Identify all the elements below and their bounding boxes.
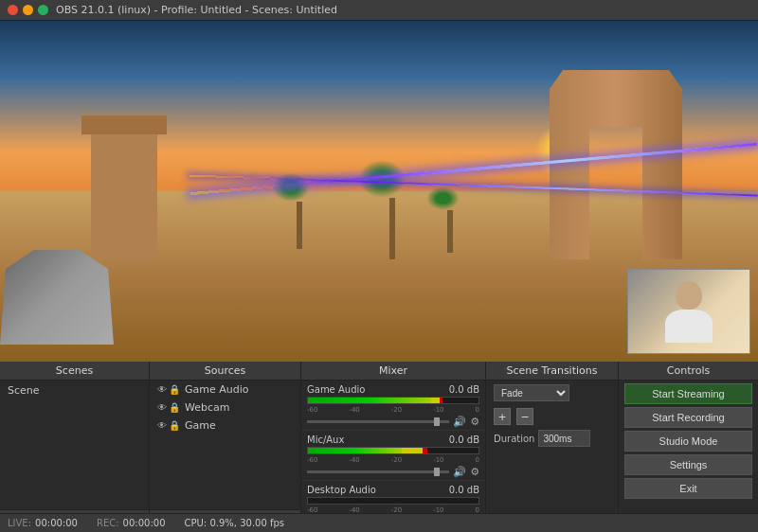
mixer-bar-1: [308, 448, 478, 453]
robot: [0, 250, 114, 345]
person: [665, 281, 713, 343]
transition-remove-button[interactable]: −: [516, 408, 533, 425]
mixer-track-2-header: Desktop Audio 0.0 dB: [307, 485, 479, 495]
statusbar: LIVE: 00:00:00 REC: 00:00:00 CPU: 0.9%, …: [0, 513, 758, 532]
bar-red-0: [440, 398, 443, 403]
webcam-overlay: [627, 269, 750, 354]
eye-icon: 👁: [157, 384, 167, 395]
live-label: LIVE:: [8, 518, 31, 528]
mixer-settings-1[interactable]: ⚙: [470, 466, 479, 478]
mixer-track-1-name: Mic/Aux: [307, 434, 344, 445]
duration-input[interactable]: [538, 430, 590, 447]
source-item-2[interactable]: 👁 🔒 Game: [150, 417, 300, 434]
mixer-track-2-bar: [307, 497, 479, 505]
mixer-track-0-name: Game Audio: [307, 384, 365, 395]
window-title: OBS 21.0.1 (linux) - Profile: Untitled -…: [56, 4, 337, 16]
mixer-track-2-name: Desktop Audio: [307, 485, 376, 495]
source-item-0[interactable]: 👁 🔒 Game Audio: [150, 381, 300, 399]
window-controls: [8, 5, 48, 15]
sources-panel: Sources 👁 🔒 Game Audio 👁 🔒 Webcam 👁: [150, 362, 301, 532]
scenes-list: Scene: [0, 381, 149, 509]
duration-label: Duration: [494, 434, 534, 444]
lock-icon-1: 🔒: [169, 402, 180, 413]
mixer-thumb-1: [434, 468, 440, 476]
transitions-header: Scene Transitions: [486, 362, 618, 381]
mixer-track-0-db: 0.0 dB: [449, 384, 479, 395]
transition-type-row: Fade: [486, 381, 618, 405]
mixer-markers-1: -60-40-20-100: [307, 456, 479, 464]
mixer-controls-1: 🔊 ⚙: [307, 466, 479, 478]
mixer-settings-0[interactable]: ⚙: [470, 416, 479, 428]
mixer-track-1-db: 0.0 dB: [449, 434, 479, 445]
eye-icon-2: 👁: [157, 420, 167, 431]
source-item-1[interactable]: 👁 🔒 Webcam: [150, 399, 300, 417]
mixer-thumb-0: [434, 417, 440, 426]
scenes-panel: Scenes Scene + − ∧ ∨: [0, 362, 150, 532]
rec-time: 00:00:00: [123, 518, 166, 528]
maximize-button[interactable]: [38, 5, 48, 15]
mixer-track-1-header: Mic/Aux 0.0 dB: [307, 434, 479, 445]
bar-yellow-1: [402, 448, 423, 453]
duration-row: Duration: [486, 428, 618, 449]
scenes-header: Scenes: [0, 362, 149, 381]
transition-add-button[interactable]: +: [494, 408, 511, 425]
gate-left: [91, 127, 157, 259]
sources-header: Sources: [150, 362, 300, 381]
mixer-mute-1[interactable]: 🔊: [453, 466, 466, 478]
mixer-track-0-bar: [307, 397, 479, 404]
bar-green-0: [308, 398, 431, 403]
start-recording-button[interactable]: Start Recording: [624, 407, 752, 428]
mixer-markers-0: -60-40-20-100: [307, 406, 479, 414]
transitions-content: Fade + − Duration: [486, 381, 618, 532]
start-streaming-button[interactable]: Start Streaming: [624, 383, 752, 404]
webcam-feed: [628, 270, 749, 353]
source-icons-0: 👁 🔒: [157, 384, 180, 395]
exit-button[interactable]: Exit: [624, 478, 752, 499]
bar-yellow-0: [431, 398, 440, 403]
mixer-track-2-db: 0.0 dB: [449, 485, 479, 495]
mixer-mute-0[interactable]: 🔊: [453, 416, 466, 428]
mixer-controls-0: 🔊 ⚙: [307, 416, 479, 428]
person-head: [676, 281, 702, 310]
bar-green-1: [308, 448, 402, 453]
lock-icon-2: 🔒: [169, 420, 180, 431]
settings-button[interactable]: Settings: [624, 454, 752, 475]
source-name-2: Game: [185, 419, 216, 432]
palm-3: [440, 186, 460, 253]
cpu-label: CPU: 0.9%, 30.00 fps: [185, 518, 285, 528]
mixer-tracks: Game Audio 0.0 dB -60-40-20-100: [301, 381, 485, 532]
mixer-volume-1[interactable]: [307, 470, 449, 473]
studio-mode-button[interactable]: Studio Mode: [624, 431, 752, 452]
live-time: 00:00:00: [35, 518, 78, 528]
rec-label: REC:: [97, 518, 119, 528]
source-name-1: Webcam: [185, 401, 230, 414]
source-icons-1: 👁 🔒: [157, 402, 180, 413]
rec-status: REC: 00:00:00: [97, 518, 166, 528]
mixer-bar-2: [308, 498, 478, 504]
source-icons-2: 👁 🔒: [157, 420, 180, 431]
sources-list: 👁 🔒 Game Audio 👁 🔒 Webcam 👁 🔒 Game: [150, 381, 300, 509]
preview-area: [0, 21, 758, 362]
mixer-track-0-header: Game Audio 0.0 dB: [307, 384, 479, 395]
mixer-track-1: Mic/Aux 0.0 dB -60-40-20-100: [301, 431, 485, 481]
bottom-panels: Scenes Scene + − ∧ ∨ Sources 👁 🔒 Game Au…: [0, 362, 758, 532]
controls-content: Start Streaming Start Recording Studio M…: [619, 381, 758, 532]
transition-type-select[interactable]: Fade: [494, 384, 569, 401]
minimize-button[interactable]: [23, 5, 33, 15]
titlebar: OBS 21.0.1 (linux) - Profile: Untitled -…: [0, 0, 758, 21]
mixer-track-1-bar: [307, 447, 479, 454]
scene-item[interactable]: Scene: [0, 381, 149, 400]
mixer-bar-0: [308, 398, 478, 403]
mixer-volume-0[interactable]: [307, 420, 449, 423]
bar-red-1: [423, 448, 427, 453]
mixer-track-0: Game Audio 0.0 dB -60-40-20-100: [301, 381, 485, 431]
controls-header: Controls: [619, 362, 758, 381]
controls-panel: Controls Start Streaming Start Recording…: [619, 362, 758, 532]
close-button[interactable]: [8, 5, 18, 15]
live-status: LIVE: 00:00:00: [8, 518, 78, 528]
mixer-header: Mixer: [301, 362, 485, 381]
transition-add-row: + −: [486, 405, 618, 428]
eye-icon-1: 👁: [157, 402, 167, 413]
lock-icon: 🔒: [169, 384, 180, 395]
cpu-status: CPU: 0.9%, 30.00 fps: [185, 518, 285, 528]
